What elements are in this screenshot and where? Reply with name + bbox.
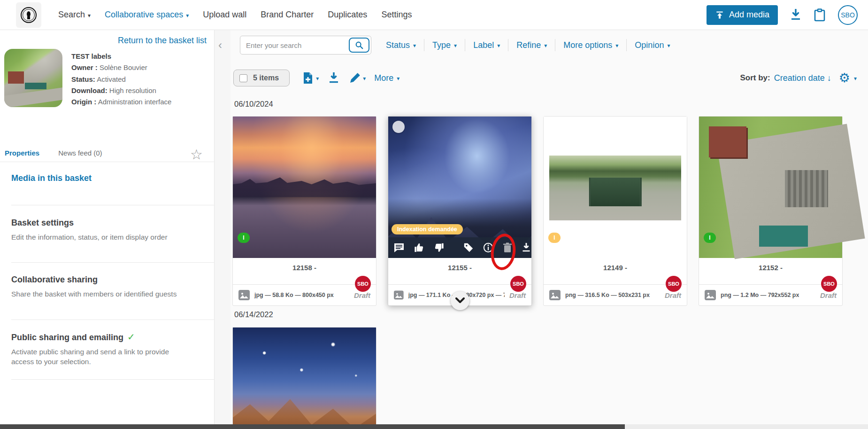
media-thumbnail[interactable]: I — [233, 117, 376, 258]
filter-type[interactable]: Type▾ — [424, 40, 465, 50]
card-footer: png — 1.2 Mo — 792x552 px Draft — [699, 284, 842, 305]
media-card-grid — [232, 327, 376, 429]
download-media-button[interactable] — [522, 242, 531, 253]
media-card[interactable]: I 12149 - SBO png — 316.5 Ko — 503x231 p… — [543, 116, 687, 306]
download-icon — [328, 72, 339, 84]
aerial-pipes — [785, 170, 828, 207]
filter-refine-label: Refine — [516, 40, 541, 50]
media-thumbnail[interactable] — [233, 328, 376, 429]
collaborative-sharing-title[interactable]: Collaborative sharing — [11, 275, 200, 285]
status-flag-badge: I — [548, 233, 561, 243]
nav-search-label: Search — [58, 10, 85, 20]
filter-opinion[interactable]: Opinion▾ — [627, 40, 678, 50]
basket-settings-title[interactable]: Basket settings — [11, 218, 200, 228]
filter-more-options[interactable]: More options▾ — [555, 40, 626, 50]
basket-origin: Origin : Administration interface — [71, 96, 171, 108]
download-basket-button[interactable] — [790, 9, 801, 21]
download-icon — [522, 242, 531, 253]
nav-collaborative-spaces[interactable]: Collaborative spaces ▾ — [105, 10, 189, 20]
thumbs-up-button[interactable] — [414, 242, 424, 253]
label-tag-button[interactable] — [463, 242, 474, 253]
filter-label[interactable]: Label▾ — [465, 40, 508, 50]
status-draft: Draft — [665, 291, 681, 299]
nav-collaborative-spaces-label: Collaborative spaces — [105, 10, 183, 20]
section-basket-settings[interactable]: Basket settings Edit the information, st… — [11, 218, 200, 242]
nav-duplicates-label: Duplicates — [328, 10, 367, 20]
tab-news-feed[interactable]: News feed (0) — [58, 149, 102, 157]
divider — [11, 205, 214, 205]
thumbs-up-icon — [414, 242, 424, 253]
horizontal-scrollbar[interactable] — [0, 424, 868, 429]
topbar: Search ▾ Collaborative spaces ▾ Upload w… — [0, 0, 868, 30]
thumbs-down-icon — [434, 242, 445, 253]
chevron-down-icon: ▾ — [413, 43, 416, 48]
section-media-in-basket[interactable]: Media in this basket — [11, 173, 200, 183]
nav-search[interactable]: Search ▾ — [58, 10, 91, 20]
thumbs-down-button[interactable] — [434, 242, 445, 253]
check-icon: ✓ — [127, 332, 135, 342]
more-button[interactable]: More ▾ — [374, 73, 399, 83]
image-type-icon — [238, 290, 250, 300]
media-id: 12155 - — [388, 258, 531, 272]
clipboard-button[interactable] — [814, 8, 826, 22]
image-type-icon — [394, 290, 404, 300]
tab-properties[interactable]: Properties — [5, 149, 39, 157]
user-avatar[interactable]: SBO — [838, 5, 858, 25]
nav-upload-wall[interactable]: Upload wall — [203, 10, 246, 20]
media-thumbnail[interactable]: Indexation demandée — [388, 117, 531, 258]
edit-button[interactable]: ▾ — [349, 72, 366, 84]
card-caption: 12155 - SBO — [388, 258, 531, 284]
owner-badge: SBO — [821, 276, 837, 292]
media-card-hovered[interactable]: Indexation demandée — [388, 116, 532, 306]
download-label: Download: — [71, 86, 108, 94]
divider — [11, 262, 214, 263]
star-icon[interactable]: ☆ — [190, 146, 203, 163]
select-all-items-button[interactable]: 5 items — [233, 70, 290, 86]
filter-refine[interactable]: Refine▾ — [508, 40, 555, 50]
chevron-left-icon[interactable]: ‹ — [218, 39, 222, 52]
sort-value-button[interactable]: Creation date ↓ — [774, 73, 831, 83]
nav-settings[interactable]: Settings — [381, 10, 412, 20]
trash-icon — [503, 242, 512, 253]
media-card[interactable]: I 12152 - SBO png — 1.2 Mo — 792x552 px … — [699, 116, 843, 306]
section-collaborative-sharing[interactable]: Collaborative sharing Share the basket w… — [11, 275, 200, 299]
media-card[interactable]: I 12158 - SBO jpg — 58.8 Ko — 800x450 px… — [232, 116, 376, 306]
media-thumbnail[interactable]: I — [699, 117, 842, 258]
file-info: jpg — 58.8 Ko — 800x450 px — [254, 292, 334, 298]
expand-card-button[interactable] — [451, 291, 469, 310]
download-selection-button[interactable] — [328, 72, 339, 84]
gear-icon[interactable]: ⚙ — [839, 72, 850, 85]
select-all-checkbox[interactable] — [239, 74, 247, 82]
chevron-down-icon: ▾ — [316, 76, 319, 81]
basket-thumbnail[interactable] — [4, 49, 62, 107]
more-label: More — [374, 73, 393, 83]
search-button[interactable] — [349, 38, 369, 53]
comment-button[interactable] — [394, 243, 404, 252]
section-public-sharing[interactable]: Public sharing and emailing✓ Activate pu… — [11, 331, 200, 367]
search-input[interactable] — [246, 41, 349, 49]
delete-button[interactable] — [503, 242, 512, 253]
thumbnail-detail — [8, 71, 24, 84]
info-button[interactable] — [483, 242, 493, 253]
nav-duplicates[interactable]: Duplicates — [328, 10, 367, 20]
search-icon — [355, 41, 363, 49]
tag-icon — [463, 242, 474, 253]
return-to-basket-list-link[interactable]: Return to the basket list — [118, 36, 207, 46]
filter-row: Status▾ Type▾ Label▾ Refine▾ More option… — [378, 39, 678, 51]
nav-brand-charter[interactable]: Brand Charter — [261, 10, 314, 20]
export-button[interactable]: ▾ — [302, 71, 319, 85]
basket-info: TEST labels Owner : Solène Bouvier Statu… — [71, 51, 171, 108]
upload-icon — [715, 10, 724, 20]
media-in-basket-link[interactable]: Media in this basket — [11, 173, 200, 183]
filter-status[interactable]: Status▾ — [378, 40, 424, 50]
media-thumbnail[interactable]: I — [544, 117, 687, 258]
nav-upload-wall-label: Upload wall — [203, 10, 246, 20]
add-media-button[interactable]: Add media — [707, 5, 778, 25]
app-logo[interactable] — [16, 2, 41, 28]
public-sharing-title[interactable]: Public sharing and emailing✓ — [11, 331, 200, 343]
selection-circle[interactable] — [392, 121, 405, 133]
scrollbar-thumb[interactable] — [0, 424, 625, 429]
sidebar-tabs: Properties News feed (0) ☆ — [0, 149, 214, 162]
card-caption: 12149 - SBO — [544, 258, 687, 284]
media-card[interactable] — [232, 327, 376, 429]
